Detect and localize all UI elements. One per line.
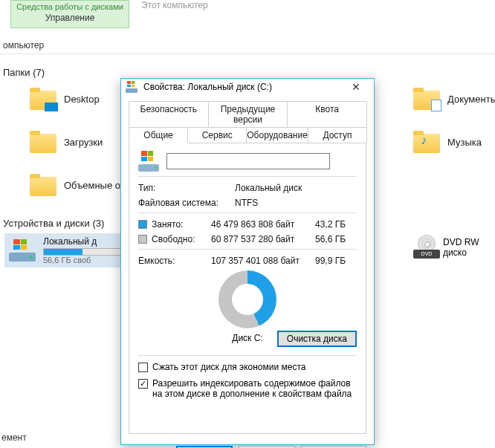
compress-checkbox-row[interactable]: Сжать этот диск для экономии места	[138, 362, 357, 372]
drive-icon	[138, 151, 159, 172]
status-bar-text: емент	[1, 432, 27, 443]
folder-item-downloads[interactable]: Загрузки	[30, 131, 103, 153]
tab-panel-general: Тип: Локальный диск Файловая система: NT…	[129, 143, 366, 434]
breadcrumb[interactable]: омпьютер	[0, 40, 44, 51]
drive-title: Локальный д	[43, 236, 132, 247]
label-capacity: Емкость:	[138, 256, 211, 266]
folder-label: Документы	[447, 94, 495, 105]
folder-label: Музыка	[447, 137, 482, 148]
dialog-titlebar[interactable]: Свойства: Локальный диск (C:) ✕	[121, 79, 374, 95]
folder-item-desktop[interactable]: Desktop	[30, 88, 100, 110]
divider	[0, 53, 495, 54]
legend-free-icon	[138, 235, 147, 244]
section-devices-header[interactable]: Устройства и диски (3)	[3, 218, 104, 229]
section-folders-title: Папки	[3, 67, 30, 78]
folder-icon: ♪	[413, 131, 440, 153]
dialog-title: Свойства: Локальный диск (C:)	[143, 82, 337, 92]
dvd-icon: DVD	[413, 236, 436, 259]
folder-icon	[30, 174, 56, 196]
disk-cleanup-button[interactable]: Очистка диска	[277, 331, 357, 347]
section-folders-header[interactable]: Папки (7)	[3, 67, 45, 78]
index-checkbox-row[interactable]: Разрешить индексировать содержимое файло…	[138, 378, 357, 399]
label-used: Занято:	[152, 219, 211, 230]
label-free: Свободно:	[152, 234, 211, 244]
folder-label: Desktop	[64, 94, 100, 105]
tab-quota[interactable]: Квота	[287, 101, 367, 127]
value-free-bytes: 60 877 537 280 байт	[211, 234, 315, 244]
close-icon: ✕	[352, 81, 360, 93]
ribbon-context-title: Средства работы с дисками	[11, 1, 129, 11]
drive-icon	[126, 81, 138, 93]
tab-tools[interactable]: Сервис	[187, 127, 247, 143]
properties-dialog: Свойства: Локальный диск (C:) ✕ Безопасн…	[120, 78, 375, 445]
drive-title: DVD RW диско	[443, 237, 495, 258]
drive-icon	[9, 239, 36, 262]
close-button[interactable]: ✕	[343, 79, 369, 95]
dialog-button-row: ОК Отмена Применить	[121, 440, 374, 448]
tab-hardware[interactable]: Оборудование	[246, 127, 308, 143]
folder-icon	[30, 131, 56, 153]
drive-item-dvd[interactable]: DVD DVD RW диско	[413, 236, 495, 259]
folder-icon	[413, 88, 440, 110]
tab-security[interactable]: Безопасность	[129, 101, 209, 127]
drive-usage-bar	[43, 248, 132, 256]
divider	[138, 176, 357, 177]
value-used-bytes: 46 479 863 808 байт	[211, 219, 315, 230]
section-folders-count: 7	[36, 67, 42, 78]
label-type: Тип:	[138, 183, 235, 193]
ribbon-active-tab: Управление	[11, 11, 129, 23]
value-used-gb: 43,2 ГБ	[315, 219, 357, 230]
checkbox-icon	[138, 363, 148, 372]
index-label: Разрешить индексировать содержимое файло…	[152, 378, 357, 399]
disk-usage-chart	[219, 270, 276, 328]
value-capacity-bytes: 107 357 401 088 байт	[211, 256, 315, 266]
folder-item-music[interactable]: ♪ Музыка	[413, 131, 482, 153]
value-capacity-gb: 99,9 ГБ	[315, 256, 357, 266]
folder-item-3d-objects[interactable]: Объемные о	[30, 174, 120, 196]
value-filesystem: NTFS	[235, 198, 357, 208]
folder-item-documents[interactable]: Документы	[413, 88, 495, 110]
tab-sharing[interactable]: Доступ	[308, 127, 367, 143]
section-devices-count: 3	[96, 218, 101, 229]
drive-subtitle: 56,6 ГБ своб	[43, 256, 132, 264]
ribbon-context-tab[interactable]: Средства работы с дисками Управление	[10, 0, 129, 28]
ribbon-right-label: Этот компьютер	[141, 0, 208, 10]
folder-icon	[30, 88, 56, 110]
label-filesystem: Файловая система:	[138, 198, 235, 208]
value-type: Локальный диск	[235, 183, 357, 193]
section-devices-title: Устройства и диски	[3, 218, 90, 229]
compress-label: Сжать этот диск для экономии места	[152, 362, 305, 372]
legend-used-icon	[138, 220, 147, 229]
tab-previous-versions[interactable]: Предыдущие версии	[208, 101, 288, 127]
folder-label: Загрузки	[64, 137, 103, 148]
checkbox-checked-icon	[138, 379, 148, 389]
tab-general[interactable]: Общие	[129, 127, 188, 143]
divider	[138, 355, 357, 356]
volume-label-input[interactable]	[166, 153, 330, 169]
folder-label: Объемные о	[64, 180, 120, 191]
divider	[138, 212, 357, 213]
divider	[138, 249, 357, 250]
value-free-gb: 56,6 ГБ	[315, 234, 357, 244]
